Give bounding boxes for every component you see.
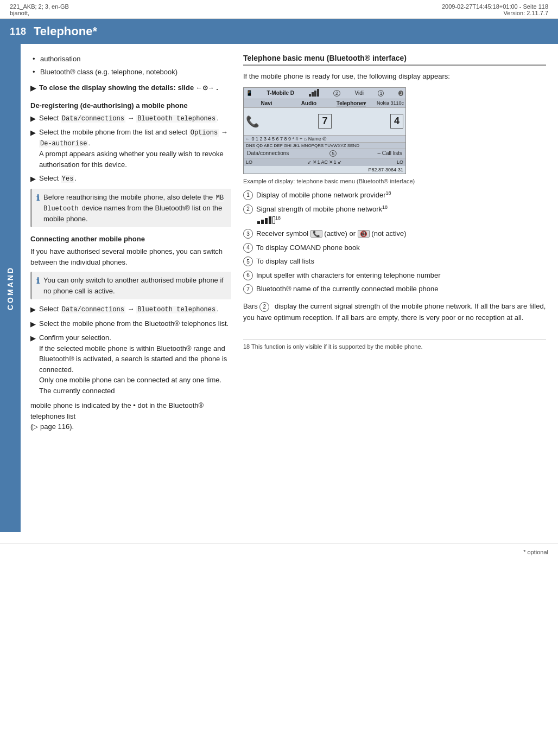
item-text-7: Bluetooth® name of the currently connect… (256, 284, 439, 294)
header-right-top: 2009-02-27T14:45:18+01:00 - Seite 118 (442, 3, 548, 10)
header-left-top: 221_AKB; 2; 3, en-GB (10, 3, 69, 10)
bar2 (261, 220, 264, 224)
list-item: 6 Input speller with characters for ente… (243, 270, 546, 281)
slide-icon: ←⊙→ (196, 84, 214, 92)
num-circle-7: 7 (243, 284, 253, 294)
data-connections-label: Data/connections (247, 150, 289, 156)
connecting-heading: Connecting another mobile phone (30, 235, 231, 243)
numbered-list: 1 Display of mobile phone network provid… (243, 190, 546, 294)
page-title-bar: 118 Telephone* (0, 19, 558, 44)
footer-lo-right: LO (397, 159, 403, 165)
right-column: Telephone basic menu (Bluetooth® interfa… (243, 54, 546, 522)
header-right-bottom: Version: 2.11.7.7 (442, 10, 548, 16)
connect-step-1: ▶ Select Data/connections → Bluetooth te… (30, 304, 231, 315)
right-section-heading: Telephone basic menu (Bluetooth® interfa… (243, 54, 546, 66)
arrow-icon: ▶ (30, 113, 36, 124)
keypad-label: ← 0 1 2 3 4 5 6 7 8 9 * # + ⌂ Name ✆ (245, 136, 327, 142)
arrow-icon: ▶ (30, 333, 36, 344)
dereg-step-2: ▶ Select the mobile phone from the list … (30, 127, 231, 170)
doc-header: 221_AKB; 2; 3, en-GB bjanott, 2009-02-27… (0, 0, 558, 19)
page-number: 118 (10, 26, 26, 37)
continuation-text: mobile phone is indicated by the • dot i… (30, 400, 231, 432)
info-box-dereg: ℹ Before reauthorising the mobile phone,… (30, 189, 231, 228)
num-circle-5: 5 (243, 257, 253, 266)
item-text-5: To display call lists (256, 256, 314, 267)
footer-controls: ↙ ✕1 AC ✕1 ↙ (307, 159, 342, 165)
list-item: 4 To display COMAND phone book (243, 242, 546, 253)
nav-telephone: Telephone▾ (330, 100, 372, 106)
nav-audio: Audio (288, 100, 330, 106)
bold-text: To close the display showing the details… (39, 84, 176, 92)
phone-main-area: 📞 7 4 (244, 108, 405, 135)
content-area: authorisation Bluetooth® class (e.g. tel… (21, 44, 558, 532)
page-title: Telephone* (34, 24, 97, 39)
info-box-connect: ℹ You can only switch to another authori… (30, 272, 231, 299)
deregistering-heading: De-registering (de-authorising) a mobile… (30, 101, 231, 110)
bullet-list-top: authorisation Bluetooth® class (e.g. tel… (30, 54, 231, 77)
figure-ref: P82.87-3064-31 (244, 166, 405, 174)
num-7-label: 7 (318, 114, 331, 129)
header-right: 2009-02-27T14:45:18+01:00 - Seite 118 Ve… (442, 3, 548, 16)
dereg-step-1: ▶ Select Data/connections → Bluetooth te… (30, 113, 231, 124)
num-circle-6: 6 (243, 271, 253, 280)
arrow-icon: ▶ (30, 319, 36, 330)
header-left-bottom: bjanott, (10, 10, 69, 16)
num-circle-2: 2 (243, 204, 253, 214)
dereg-step-3: ▶ Select Yes. (30, 173, 231, 184)
bar3 (314, 91, 316, 97)
vidi-label: Vidi (354, 90, 364, 96)
nokia-model: Nokia 3110c (377, 100, 404, 106)
list-item: 5 To display call lists (243, 256, 546, 267)
nav-navi: Navi (245, 100, 288, 106)
info-text-dereg: Before reauthorising the mobile phone, a… (43, 192, 227, 225)
item-text-2: Signal strength of mobile phone network1… (256, 204, 388, 226)
sidebar: COMAND (0, 44, 21, 532)
bar2 (312, 92, 314, 97)
slide-instruction: slide (177, 84, 195, 92)
info-text-connect: You can only switch to another authorise… (43, 275, 227, 296)
arrow-icon: ▶ (30, 127, 36, 138)
bars-description: Bars 2 display the current signal streng… (243, 301, 546, 324)
list-item: 2 Signal strength of mobile phone networ… (243, 204, 546, 226)
info-icon: ℹ (36, 192, 40, 204)
bar3 (265, 218, 268, 224)
footnote: 18 This function is only visible if it i… (243, 339, 546, 350)
left-column: authorisation Bluetooth® class (e.g. tel… (30, 54, 231, 522)
signal-bars-display (309, 89, 319, 98)
phone-screenshot: 📱 T-Mobile D 2 Vidi 1 3 (243, 87, 406, 174)
circle-5: 5 (329, 150, 337, 157)
phone-icon: 📱 (246, 90, 252, 96)
header-left: 221_AKB; 2; 3, en-GB bjanott, (10, 3, 69, 16)
item-text-1: Display of mobile phone network provider… (256, 190, 391, 201)
arrow-icon: ▶ (30, 174, 36, 184)
footer-optional: * optional (523, 549, 548, 555)
list-item: 7 Bluetooth® name of the currently conne… (243, 284, 546, 294)
inline-circle-2: 2 (259, 302, 269, 312)
phone-nav-row: Navi Audio Telephone▾ Nokia 3110c (244, 99, 405, 108)
bar4 (317, 89, 319, 97)
bar1 (309, 94, 311, 97)
bar4 (269, 216, 271, 224)
inactive-icon: 📵 (358, 230, 370, 238)
active-icon: 📞 (310, 230, 322, 238)
main-layout: COMAND authorisation Bluetooth® class (e… (0, 44, 558, 532)
list-item: 1 Display of mobile phone network provid… (243, 190, 546, 201)
phone-call-icon: 📞 (246, 115, 259, 128)
period: . (216, 84, 218, 92)
num-circle-4: 4 (243, 243, 253, 253)
close-display-instruction: ▶ To close the display showing the detai… (30, 82, 231, 94)
num-circle-1: 1 (243, 190, 253, 200)
provider-name: T-Mobile D (267, 90, 294, 96)
list-item: 3 Receiver symbol 📞 (active) or 📵 (not a… (243, 228, 546, 239)
num-circle-3: 3 (243, 229, 253, 239)
arrow-icon: ▶ (30, 83, 36, 94)
item-text-3: Receiver symbol 📞 (active) or 📵 (not act… (256, 228, 407, 239)
circle-3: 3 (398, 91, 403, 96)
phone-status-bar: 📱 T-Mobile D 2 Vidi 1 3 (244, 88, 405, 99)
list-item: Bluetooth® class (e.g. telephone, notebo… (30, 67, 231, 78)
connecting-intro: If you have authorised several mobile ph… (30, 246, 231, 267)
item-text-4: To display COMAND phone book (256, 242, 360, 253)
signal-bars-list (257, 216, 275, 224)
num-4-label: 4 (390, 114, 403, 129)
phone-dns-row: DNS QD ABC DEF GHI JKL MNOPQRS TUVWXYZ S… (244, 142, 405, 149)
